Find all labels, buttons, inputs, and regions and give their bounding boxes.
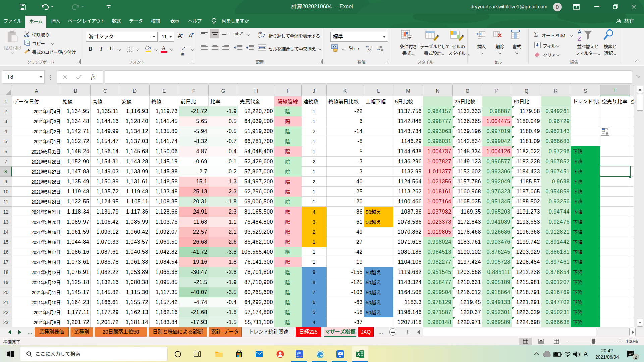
svg-text:.0: .0 bbox=[380, 49, 383, 52]
svg-text:ab: ab bbox=[235, 31, 239, 36]
svg-text:menu: menu bbox=[297, 355, 303, 357]
svg-text:c: c bbox=[258, 35, 260, 38]
svg-text:.00: .00 bbox=[378, 45, 382, 49]
svg-text:.0: .0 bbox=[370, 45, 372, 49]
svg-text:.00: .00 bbox=[367, 49, 371, 52]
